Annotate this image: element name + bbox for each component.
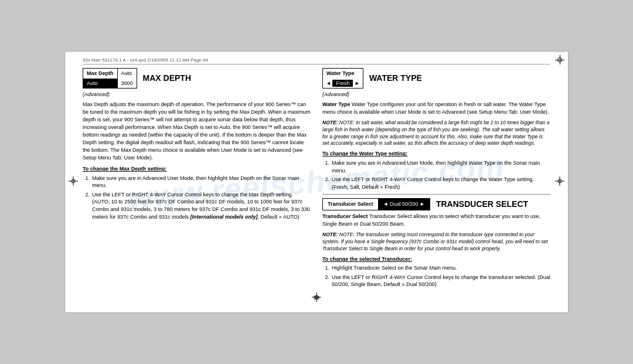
max-depth-section-title: MAX DEPTH xyxy=(143,73,191,84)
content-area: Max Depth Auto Auto 3000 MAX DEPTH (Adva… xyxy=(83,68,550,290)
water-type-note-text: NOTE: In salt water, what would be consi… xyxy=(322,120,549,147)
water-type-box: Water Type ◄ Fresh ► xyxy=(322,68,363,89)
water-type-section-title: WATER TYPE xyxy=(369,73,422,84)
max-depth-label: Max Depth xyxy=(83,69,117,79)
max-depth-step-1: 1. Make sure you are in Advanced User Mo… xyxy=(83,175,311,189)
crosshair-top-right xyxy=(555,55,564,64)
file-info: 93x Man 531170-1 A - vs4.qxd 2/18/2005 1… xyxy=(83,57,208,63)
water-type-step-1: 1. Make sure you are in Advanced User Mo… xyxy=(322,159,550,174)
max-depth-step-2-text: Use the LEFT or RIGHT 4-WAY Cursor Contr… xyxy=(92,191,311,220)
water-type-body: Water Type Water Type configures your un… xyxy=(322,101,550,116)
water-type-step-1-text: Make sure you are in Advanced User Mode,… xyxy=(332,159,550,174)
water-type-label: Water Type xyxy=(323,69,363,79)
transducer-note-text: NOTE: The transducer setting must corres… xyxy=(322,232,548,251)
max-depth-step-2: 2. Use the LEFT or RIGHT 4-WAY Cursor Co… xyxy=(83,191,311,220)
water-type-advanced: (Advanced) xyxy=(322,91,550,98)
crosshair-left xyxy=(69,176,78,187)
max-depth-auto-row: Auto xyxy=(83,79,117,89)
transducer-step-2-text: Use the LEFT or RIGHT 4-WAY Cursor Contr… xyxy=(332,274,550,288)
transducer-step-1: 1. Highlight Transducer Select on the So… xyxy=(322,264,550,272)
transducer-box: Transducer Select ◄ Dual 50/200 ► xyxy=(322,198,430,210)
transducer-section-title: TRANSDUCER SELECT xyxy=(436,199,528,210)
max-depth-subsection: To change the Max Depth setting: xyxy=(83,165,311,173)
page-number: 59 xyxy=(83,295,550,301)
water-type-step-2: 2. Use the LEFT or RIGHT 4-WAY Cursor Co… xyxy=(322,176,550,190)
transducer-note: NOTE: NOTE: The transducer setting must … xyxy=(322,232,550,253)
transducer-body: Transducer Select Transducer Select allo… xyxy=(322,213,550,228)
max-depth-menu-header: Max Depth Auto Auto 3000 MAX DEPTH xyxy=(83,68,311,89)
max-depth-body-text: Max Depth adjusts the maximum depth of o… xyxy=(83,101,311,161)
max-depth-auto-val: Auto xyxy=(117,69,137,79)
water-type-value: Fresh xyxy=(332,80,353,87)
water-type-subsection: To change the Water Type setting: xyxy=(322,150,550,158)
header-bar: 93x Man 531170-1 A - vs4.qxd 2/18/2005 1… xyxy=(83,57,550,64)
transducer-subsection: To change the selected Transducer: xyxy=(322,256,550,263)
transducer-step-2: 2. Use the LEFT or RIGHT 4-WAY Cursor Co… xyxy=(322,274,550,288)
max-depth-row-value: 3000 xyxy=(117,79,137,89)
right-column: Water Type ◄ Fresh ► WATER TYPE (Advance… xyxy=(322,68,550,290)
transducer-menu-header: Transducer Select ◄ Dual 50/200 ► TRANSD… xyxy=(322,198,550,210)
max-depth-box: Max Depth Auto Auto 3000 xyxy=(83,68,137,89)
water-type-body-text: Water Type Water Type configures your un… xyxy=(322,101,549,115)
water-type-note: NOTE: NOTE: In salt water, what would be… xyxy=(322,120,550,148)
transducer-value: ◄ Dual 50/200 ► xyxy=(378,199,430,210)
max-depth-body: Max Depth adjusts the maximum depth of o… xyxy=(83,101,311,162)
crosshair-right xyxy=(555,176,564,187)
water-type-menu-header: Water Type ◄ Fresh ► WATER TYPE xyxy=(322,68,550,89)
transducer-step-1-text: Highlight Transducer Select on the Sonar… xyxy=(332,264,457,272)
max-depth-advanced: (Advanced) xyxy=(83,91,311,98)
water-type-value-row: ◄ Fresh ► xyxy=(323,79,363,89)
max-depth-step-1-text: Make sure you are in Advanced User Mode,… xyxy=(92,175,311,189)
transducer-label: Transducer Select xyxy=(323,199,378,210)
water-type-step-2-text: Use the LEFT or RIGHT 4-WAY Cursor Contr… xyxy=(332,176,550,190)
left-column: Max Depth Auto Auto 3000 MAX DEPTH (Adva… xyxy=(83,68,311,290)
